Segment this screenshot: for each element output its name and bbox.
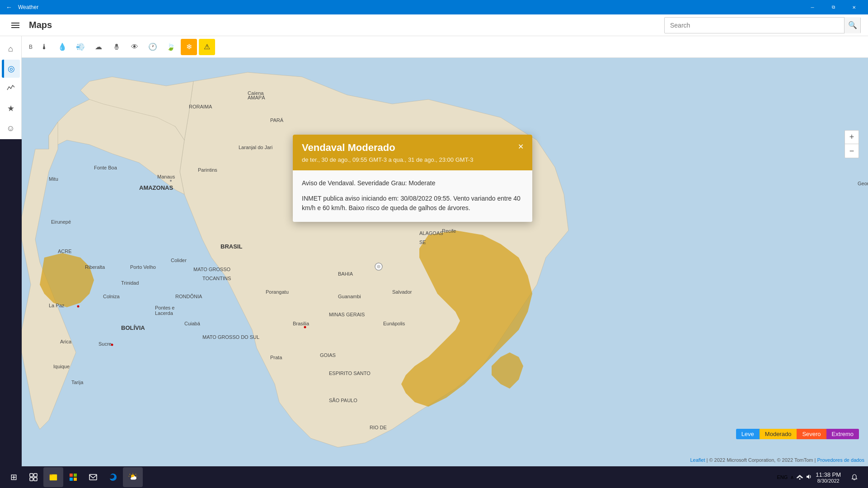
svg-text:George: George [858,181,868,186]
toolbar: B 🌡 💧 💨 ☁ 👁 🕐 🍃 ❄ ⚠ [22,36,868,58]
svg-text:MATO GROSSO DO SUL: MATO GROSSO DO SUL [202,334,259,340]
svg-point-54 [377,265,380,268]
zoom-controls: + − [845,130,859,158]
svg-text:Guanambi: Guanambi [338,294,361,299]
svg-text:Arica: Arica [60,339,72,344]
chevron-up-icon[interactable]: ∧ [790,474,794,480]
alert-title: Vendaval Moderado [302,142,523,154]
svg-text:GOIAS: GOIAS [320,352,336,358]
weather-app-button[interactable] [123,467,143,487]
zoom-out-button[interactable]: − [845,144,859,158]
sidebar-item-home[interactable]: ⌂ [2,40,20,58]
minimize-button[interactable]: ─ [802,0,823,14]
language-indicator: ENG [777,474,788,480]
svg-text:ALAGOAS: ALAGOAS [419,230,443,236]
sidebar-item-maps[interactable]: ◎ [2,60,20,78]
svg-text:BAHIA: BAHIA [338,271,353,277]
svg-text:Mitu: Mitu [49,176,58,182]
svg-rect-64 [74,474,77,477]
app-title: Weather [18,4,38,10]
svg-point-0 [115,44,118,47]
svg-rect-59 [30,478,33,481]
titlebar: ← Weather ─ ⧉ ✕ [0,0,868,14]
explorer-button[interactable] [43,467,63,487]
wind-tool[interactable]: 💨 [72,39,89,55]
search-input[interactable] [665,22,844,29]
visibility-tool[interactable]: 👁 [127,39,143,55]
svg-text:Riberalta: Riberalta [85,264,105,270]
close-button[interactable]: ✕ [844,0,864,14]
svg-text:Tarija: Tarija [71,380,84,385]
page-title: Maps [29,20,52,30]
window-controls: ─ ⧉ ✕ [802,0,864,14]
sound-icon[interactable] [806,474,812,481]
svg-text:Caíena: Caíena [248,90,264,96]
edge-button[interactable] [103,467,123,487]
taskbar: ⊞ ENG ∧ 11:38 PM 8/30/2022 [0,466,868,488]
hamburger-line [11,25,19,26]
sidebar-item-news[interactable]: ★ [2,99,20,117]
map-container[interactable]: AMAZONAS BRASIL BOLÍVIA RONDÔNIA TOCANTI… [22,58,868,466]
news-icon: ★ [7,103,14,113]
alerts-tool[interactable]: ❄ [181,39,197,55]
appbar: Maps 🔍 [0,14,868,36]
zoom-in-button[interactable]: + [845,131,859,144]
back-button[interactable]: ← [4,2,14,13]
sidebar: ⌂ ◎ ★ ☺ [0,36,22,139]
rain-tool[interactable]: 💧 [54,39,70,55]
airquality-tool[interactable]: 🍃 [163,39,179,55]
toolbar-label: B [29,44,33,50]
svg-text:RIO DE: RIO DE [370,425,387,430]
cloud-tool[interactable]: ☁ [90,39,107,55]
warning-tool[interactable]: ⚠ [199,39,215,55]
temperature-tool[interactable]: 🌡 [36,39,52,55]
svg-rect-58 [34,474,37,477]
clock-date: 8/30/2022 [816,478,841,483]
mail-button[interactable] [83,467,103,487]
svg-text:ACRE: ACRE [58,249,72,254]
search-button[interactable]: 🔍 [844,17,860,33]
notification-button[interactable] [845,467,864,487]
sidebar-item-forecast[interactable] [2,80,20,98]
svg-text:Porangatu: Porangatu [266,289,289,295]
store-button[interactable] [63,467,83,487]
map-svg: AMAZONAS BRASIL BOLÍVIA RONDÔNIA TOCANTI… [22,58,868,466]
hamburger-line [11,23,19,23]
svg-point-51 [111,344,113,346]
providers-link[interactable]: Provedores de dados [817,457,864,463]
svg-text:Laranjal do Jari: Laranjal do Jari [239,145,272,150]
network-icon[interactable] [797,474,803,481]
uvindex-tool[interactable]: 🕐 [145,39,161,55]
svg-point-47 [77,305,80,308]
svg-text:Sucre: Sucre [99,341,112,347]
leaflet-link[interactable]: Leaflet [690,457,705,463]
svg-point-40 [304,326,306,328]
alert-header[interactable]: Vendaval Moderado de ter., 30 de ago., 0… [293,135,532,170]
attribution-copyright: | © 2022 Microsoft Corporation, © 2022 T… [707,457,816,463]
taskview-button[interactable] [23,467,43,487]
precipitation-tool[interactable] [108,39,125,55]
alert-close-button[interactable]: ✕ [514,140,527,153]
svg-text:SE: SE [419,239,426,245]
svg-rect-60 [34,478,37,481]
svg-text:BOLÍVIA: BOLÍVIA [121,324,145,331]
svg-rect-57 [30,474,33,477]
sidebar-item-life[interactable]: ☺ [2,119,20,137]
alert-time: de ter., 30 de ago., 09:55 GMT-3 a qua.,… [302,156,523,163]
svg-point-69 [799,478,801,479]
legend: Leve Moderado Severo Extremo [736,429,859,439]
taskbar-time[interactable]: 11:38 PM 8/30/2022 [816,471,841,483]
svg-text:Salvador: Salvador [392,289,412,295]
svg-rect-67 [89,474,97,480]
svg-text:Colider: Colider [171,258,187,263]
start-button[interactable]: ⊞ [4,467,23,487]
hamburger-menu[interactable] [7,17,23,33]
life-icon: ☺ [6,124,14,133]
svg-text:SÃO PAULO: SÃO PAULO [329,398,357,403]
svg-text:Cuiabá: Cuiabá [184,321,201,326]
svg-text:Parintins: Parintins [198,167,217,173]
restore-button[interactable]: ⧉ [823,0,844,14]
legend-extremo: Extremo [826,429,859,439]
alert-description: INMET publica aviso iniciando em: 30/08/… [302,194,523,213]
svg-text:Pontes e: Pontes e [155,305,174,310]
